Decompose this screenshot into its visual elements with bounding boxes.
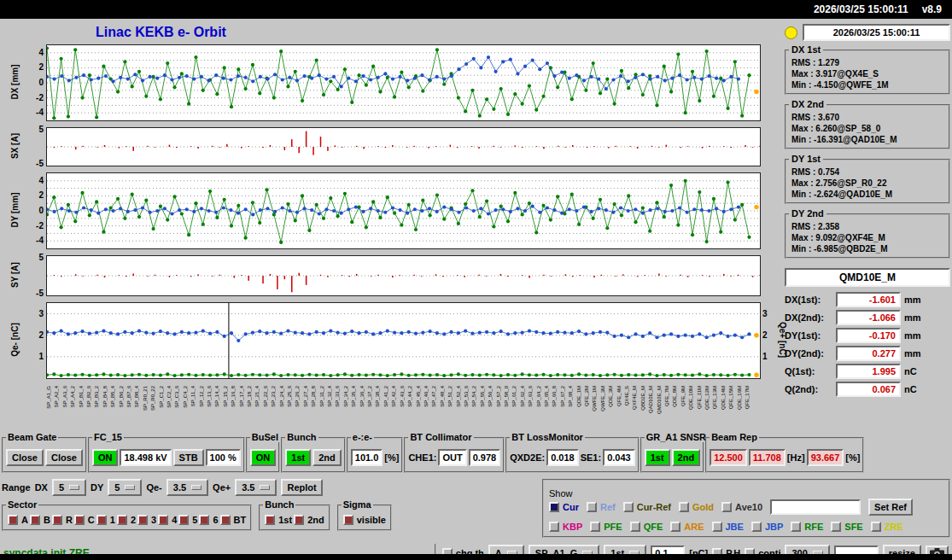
ee-ratio-display: 101.0 [351,449,383,466]
sector-5-toggle[interactable]: 5 [178,515,197,525]
checkbox-icon[interactable] [199,515,209,525]
checkbox-icon[interactable] [74,515,85,525]
range-qem-value: 3.5 [173,482,186,493]
show-cur-toggle[interactable]: Cur [549,502,579,512]
sector-b-toggle[interactable]: B [30,515,50,525]
show-jbe-toggle[interactable]: JBE [712,522,744,532]
stat-rms: RMS : 3.670 [791,112,945,123]
sector-2-toggle[interactable]: 2 [117,515,136,525]
range-qem-label: Qe- [146,482,161,493]
sector-1-toggle[interactable]: 1 [96,515,115,525]
checkbox-icon[interactable] [630,522,640,532]
sidebar-header: 2026/03/25 15:00:11 [785,24,950,41]
checkbox-icon[interactable] [137,515,148,525]
sy-plot[interactable] [46,255,761,296]
stats-sidebar: 2026/03/25 15:00:11 DX 1st RMS : 1.279 M… [783,19,952,400]
checkbox-icon[interactable] [343,515,353,525]
fc15-percent-display: 100 % [206,449,241,466]
checkbox-icon[interactable] [679,502,689,512]
show-qfe-toggle[interactable]: QFE [630,522,663,532]
checkbox-icon[interactable] [670,522,680,532]
monitor-row-label: DY(2nd): [785,348,832,359]
bunch-2nd-button[interactable]: 2nd [312,449,342,466]
sx-right-ticks [761,127,776,165]
fc15-on-button[interactable]: ON [92,449,119,466]
sector-2-label: 2 [131,515,136,525]
show-jbe-label: JBE [726,522,744,532]
stat-rms: RMS : 0.754 [791,166,945,178]
sector-4-toggle[interactable]: 4 [158,515,177,525]
sx-plot[interactable] [46,127,761,166]
fc15-kv-display: 18.498 kV [120,449,171,466]
sector-r-toggle[interactable]: R [52,515,73,525]
gr-snsr-1st-button[interactable]: 1st [645,449,670,466]
show-rfe-toggle[interactable]: RFE [791,522,823,532]
monitor-row-label: DY(1st): [785,330,832,341]
che1-display: OUT [438,449,466,466]
show-cur-ref-toggle[interactable]: Cur-Ref [623,502,671,512]
range-dy-select[interactable]: 5 [108,479,142,496]
range-dx-select[interactable]: 5 [52,479,86,496]
checkbox-icon[interactable] [751,522,762,532]
checkbox-icon[interactable] [8,515,18,525]
gr-snsr-2nd-button[interactable]: 2nd [672,449,701,466]
checkbox-icon[interactable] [220,515,231,525]
range-bar: Range DX 5 DY 5 Qe- 3.5 Qe+ 3.5 Replot [2,479,539,496]
sector-3-toggle[interactable]: 3 [137,515,156,525]
checkbox-icon[interactable] [30,515,40,525]
checkbox-icon[interactable] [590,522,600,532]
show-ave10-toggle[interactable]: Ave10 [721,502,762,512]
checkbox-icon[interactable] [265,515,275,525]
checkbox-icon[interactable] [587,502,597,512]
beam-gate-close-button-2[interactable]: Close [45,449,83,466]
sector-bt-toggle[interactable]: BT [220,515,247,525]
show-ref-toggle[interactable]: Ref [587,502,616,512]
fc15-stb-button[interactable]: STB [173,449,204,466]
show-jbp-toggle[interactable]: JBP [751,522,783,532]
sx-axis-title: SX [A] [5,127,24,165]
sector-6-toggle[interactable]: 6 [199,515,218,525]
replot-button[interactable]: Replot [281,479,322,496]
range-qem-select[interactable]: 3.5 [166,479,208,496]
checkbox-icon[interactable] [549,522,559,532]
checkbox-icon[interactable] [178,515,189,525]
sector-a-toggle[interactable]: A [8,515,28,525]
show-sfe-toggle[interactable]: SFE [831,522,862,532]
bunch-1st-toggle[interactable]: 1st [265,515,292,525]
range-qep-select[interactable]: 3.5 [235,479,277,496]
checkbox-icon[interactable] [871,522,881,532]
show-are-toggle[interactable]: ARE [670,522,704,532]
show-pfe-toggle[interactable]: PFE [590,522,622,532]
bunch-2nd-toggle[interactable]: 2nd [294,515,324,525]
show-zre-label: ZRE [885,522,903,532]
sigma-visible-toggle[interactable]: visible [343,515,386,525]
monitor-row-value: 1.995 [836,364,901,379]
checkbox-icon[interactable] [791,522,801,532]
checkbox-icon[interactable] [96,515,107,525]
show-kbp-toggle[interactable]: KBP [549,522,582,532]
checkbox-icon[interactable] [294,515,304,525]
checkbox-icon[interactable] [117,515,127,525]
bunch-1st-button[interactable]: 1st [285,449,311,466]
set-ref-button[interactable]: Set Ref [868,499,913,516]
qe-plot[interactable] [46,302,761,379]
beam-gate-close-button-1[interactable]: Close [6,449,44,466]
checkbox-icon[interactable] [623,502,634,512]
busel-on-button[interactable]: ON [250,449,277,466]
dx-plot[interactable] [46,44,761,121]
checkbox-icon[interactable] [721,502,732,512]
checkbox-icon[interactable] [549,502,559,512]
checkbox-icon[interactable] [158,515,168,525]
checkbox-icon[interactable] [52,515,62,525]
dy-axis-title: DY [mm] [5,172,24,248]
monitor-row-unit: nC [904,384,917,394]
show-gold-toggle[interactable]: Gold [679,502,714,512]
checkbox-icon[interactable] [712,522,722,532]
se1-display: 0.043 [603,449,635,466]
ref-file-input[interactable] [770,499,861,515]
checkbox-icon[interactable] [831,522,841,532]
sector-c-toggle[interactable]: C [74,515,95,525]
dy-plot[interactable] [46,172,761,249]
stat-min: Min : -16.391@QAD10E_M [791,134,945,145]
show-zre-toggle[interactable]: ZRE [871,522,903,532]
